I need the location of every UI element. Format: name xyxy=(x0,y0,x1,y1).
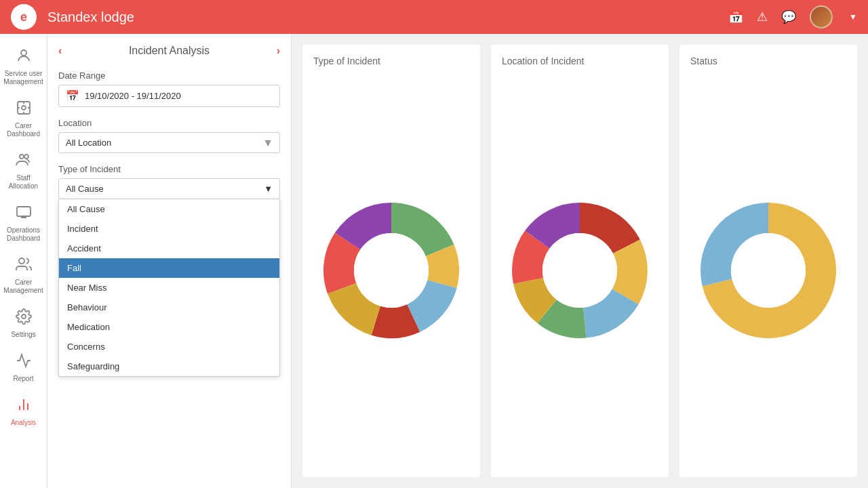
analysis-icon xyxy=(16,396,32,416)
calendar-icon[interactable]: 📅 xyxy=(728,9,743,24)
sidebar-label-carer-mgmt: CarerManagement xyxy=(3,279,43,295)
svg-point-2 xyxy=(22,106,26,110)
type-dropdown-menu: All Cause Incident Accident Fall Near Mi… xyxy=(58,199,280,377)
next-arrow[interactable]: › xyxy=(277,45,280,57)
type-dropdown-arrow: ▼ xyxy=(264,184,273,194)
chart-title-type: Type of Incident xyxy=(313,56,469,66)
left-panel: ‹ Incident Analysis › Date Range 📅 19/10… xyxy=(47,34,292,488)
svg-point-11 xyxy=(354,233,429,308)
svg-point-12 xyxy=(542,233,617,308)
svg-point-4 xyxy=(24,155,28,159)
header-title: Standex lodge xyxy=(47,9,728,25)
sidebar-label-carer-dashboard: CarerDashboard xyxy=(7,122,40,138)
chart-body-status xyxy=(690,75,846,466)
sidebar-label-service-user: Service userManagement xyxy=(3,70,43,86)
svg-point-0 xyxy=(21,50,26,56)
chart-type-of-incident: Type of Incident xyxy=(302,45,480,477)
sidebar-label-settings: Settings xyxy=(11,331,35,339)
prev-arrow[interactable]: ‹ xyxy=(58,45,62,57)
option-concerns[interactable]: Concerns xyxy=(59,337,279,357)
logo-text: e xyxy=(20,10,27,24)
sidebar-label-analysis: Analysis xyxy=(11,419,36,427)
type-dropdown-trigger[interactable]: All Cause ▼ xyxy=(58,178,280,199)
chart-title-status: Status xyxy=(690,56,846,66)
date-range-label: Date Range xyxy=(58,70,280,81)
option-behaviour[interactable]: Behaviour xyxy=(59,298,279,317)
sidebar-label-staff: StaffAllocation xyxy=(9,174,38,190)
type-dropdown-container: All Cause ▼ All Cause Incident Accident … xyxy=(58,178,280,199)
option-incident[interactable]: Incident xyxy=(59,219,279,239)
sidebar: Service userManagement CarerDashboard xyxy=(0,34,47,488)
type-label: Type of Incident xyxy=(58,164,280,174)
user-avatar[interactable] xyxy=(810,5,833,28)
svg-point-6 xyxy=(19,258,24,264)
main-row: ‹ Incident Analysis › Date Range 📅 19/10… xyxy=(47,34,868,488)
operations-icon xyxy=(16,204,32,224)
sidebar-item-service-user[interactable]: Service userManagement xyxy=(0,41,47,93)
sidebar-item-operations[interactable]: OperationsDashboard xyxy=(0,197,47,249)
svg-point-13 xyxy=(731,233,806,308)
panel-header: ‹ Incident Analysis › xyxy=(58,45,280,57)
type-selected-value: All Cause xyxy=(66,184,104,194)
chart-body-type xyxy=(313,75,469,466)
main-layout: Service userManagement CarerDashboard xyxy=(0,34,868,488)
app-logo[interactable]: e xyxy=(11,4,37,30)
option-fall[interactable]: Fall xyxy=(59,258,279,278)
message-icon[interactable]: 💬 xyxy=(781,9,796,24)
calendar-icon: 📅 xyxy=(66,89,79,102)
svg-point-7 xyxy=(22,314,26,319)
alert-icon[interactable]: ⚠ xyxy=(757,9,768,24)
sidebar-item-report[interactable]: Report xyxy=(0,346,47,390)
top-header: e Standex lodge 📅 ⚠ 💬 ▼ xyxy=(0,0,868,34)
chart-location-of-incident: Location of Incident xyxy=(491,45,669,477)
chart-body-location xyxy=(502,75,658,466)
header-icons: 📅 ⚠ 💬 ▼ xyxy=(728,5,857,28)
sidebar-label-operations: OperationsDashboard xyxy=(7,226,40,243)
option-safeguarding[interactable]: Safeguarding xyxy=(59,357,279,376)
panel-title: Incident Analysis xyxy=(129,45,210,57)
chart-status: Status xyxy=(679,45,857,477)
option-accident[interactable]: Accident xyxy=(59,239,279,258)
option-all-cause[interactable]: All Cause xyxy=(59,199,279,219)
location-label: Location xyxy=(58,118,280,128)
svg-rect-5 xyxy=(17,207,31,216)
charts-area: Type of Incident xyxy=(292,34,868,488)
option-near-miss[interactable]: Near Miss xyxy=(59,278,279,298)
location-group: Location All Location ▼ xyxy=(58,118,280,153)
settings-icon xyxy=(16,308,32,328)
svg-point-3 xyxy=(20,155,24,159)
chart-title-location: Location of Incident xyxy=(502,56,658,66)
avatar-dropdown-arrow[interactable]: ▼ xyxy=(849,12,857,22)
date-range-group: Date Range 📅 19/10/2020 - 19/11/2020 xyxy=(58,70,280,107)
sidebar-item-settings[interactable]: Settings xyxy=(0,302,47,346)
carer-dashboard-icon xyxy=(16,100,32,119)
sidebar-item-analysis[interactable]: Analysis xyxy=(0,390,47,434)
date-input[interactable]: 📅 19/10/2020 - 19/11/2020 xyxy=(58,85,280,107)
carer-management-icon xyxy=(16,256,32,276)
sidebar-item-staff-allocation[interactable]: StaffAllocation xyxy=(0,145,47,197)
sidebar-item-carer-management[interactable]: CarerManagement xyxy=(0,249,47,302)
sidebar-item-carer-dashboard[interactable]: CarerDashboard xyxy=(0,93,47,145)
staff-allocation-icon xyxy=(16,152,32,171)
report-icon xyxy=(16,352,32,372)
service-user-icon xyxy=(16,47,32,67)
sidebar-label-report: Report xyxy=(13,375,33,383)
date-value: 19/10/2020 - 19/11/2020 xyxy=(85,91,181,101)
location-select[interactable]: All Location xyxy=(58,132,280,153)
option-medication[interactable]: Medication xyxy=(59,317,279,337)
location-select-wrap: All Location ▼ xyxy=(58,132,280,153)
type-group: Type of Incident All Cause ▼ All Cause I… xyxy=(58,164,280,199)
